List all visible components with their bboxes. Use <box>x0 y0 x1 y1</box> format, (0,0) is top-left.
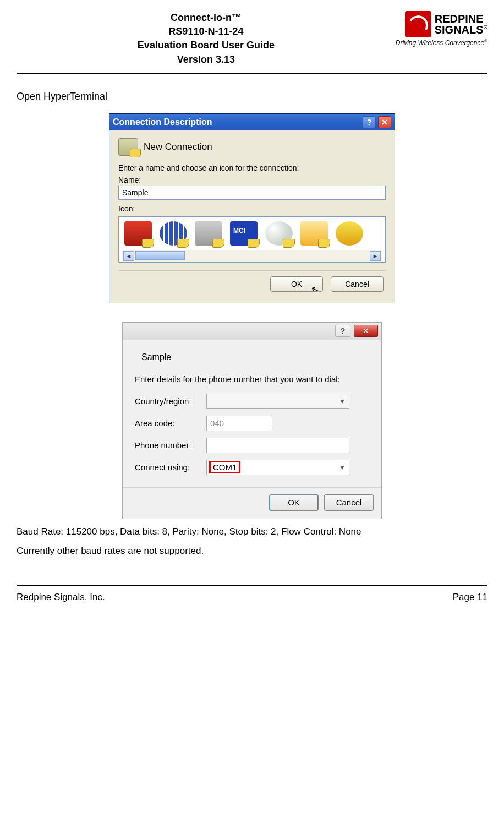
phone-number-label: Phone number: <box>135 440 206 450</box>
ok-button[interactable]: OK <box>269 494 319 511</box>
connect-to-dialog: ? ✕ Sample Enter details for the phone n… <box>122 322 382 519</box>
country-select[interactable]: ▼ <box>206 394 349 409</box>
scroll-thumb[interactable] <box>135 251 185 260</box>
brand-logo: REDPINE SIGNALS® Driving Wireless Conver… <box>396 11 487 47</box>
connection-description-dialog: Connection Description ? ✕ New Connectio… <box>109 113 395 303</box>
section-title: Open HyperTerminal <box>17 91 487 102</box>
dialog-titlebar[interactable]: Connection Description ? ✕ <box>109 114 395 130</box>
icon-option-mci[interactable] <box>230 221 258 246</box>
instruction-text: Enter a name and choose an icon for the … <box>118 164 386 172</box>
redpine-mark-icon <box>405 11 431 37</box>
chevron-down-icon: ▼ <box>339 397 346 405</box>
chevron-down-icon: ▼ <box>339 464 346 471</box>
header-line-4: Version 3.13 <box>17 53 396 67</box>
footer-company: Redpine Signals, Inc. <box>17 592 105 603</box>
separator <box>118 270 386 271</box>
scroll-right-icon[interactable]: ► <box>370 251 381 261</box>
brand-wordmark: REDPINE SIGNALS® <box>435 13 487 35</box>
baud-note-text: Currently other baud rates are not suppo… <box>17 545 487 558</box>
icon-option-folder[interactable] <box>300 221 328 246</box>
icon-option-building[interactable] <box>195 221 222 246</box>
close-button[interactable]: ✕ <box>354 325 378 337</box>
area-code-label: Area code: <box>135 418 206 428</box>
page-header: Connect-io-n™ RS9110-N-11-24 Evaluation … <box>17 11 487 74</box>
country-label: Country/region: <box>135 396 206 406</box>
icon-label: Icon: <box>118 204 386 213</box>
instruction-text: Enter details for the phone number that … <box>135 374 369 384</box>
name-label: Name: <box>118 176 386 184</box>
area-code-input[interactable] <box>206 416 272 431</box>
header-title-block: Connect-io-n™ RS9110-N-11-24 Evaluation … <box>17 11 396 67</box>
icon-option-ge[interactable] <box>265 221 293 246</box>
connection-icon <box>118 138 138 156</box>
icon-scrollbar[interactable]: ◄ ► <box>122 250 382 262</box>
phone-number-input[interactable] <box>206 438 349 453</box>
brand-tagline: Driving Wireless Convergence® <box>396 39 487 47</box>
dialog-title: Connection Description <box>113 117 212 127</box>
close-button[interactable]: ✕ <box>378 116 391 128</box>
connection-name: Sample <box>141 352 369 362</box>
baud-settings-text: Baud Rate: 115200 bps, Data bits: 8, Par… <box>17 526 487 538</box>
cancel-button[interactable]: Cancel <box>331 276 384 292</box>
icon-option-globe[interactable] <box>160 221 187 246</box>
icon-option-red-phone[interactable] <box>124 221 152 246</box>
connect-using-label: Connect using: <box>135 462 206 472</box>
connect-using-select[interactable]: COM1 ▼ <box>206 460 349 475</box>
cancel-button[interactable]: Cancel <box>324 494 374 511</box>
dialog-titlebar[interactable]: ? ✕ <box>123 323 381 340</box>
help-button[interactable]: ? <box>363 116 376 128</box>
icon-picker[interactable]: ◄ ► <box>118 216 386 263</box>
footer-page: Page 11 <box>453 592 487 603</box>
ok-button[interactable]: OK ↖ <box>270 276 323 292</box>
cursor-icon: ↖ <box>309 282 321 297</box>
header-line-1: Connect-io-n™ <box>17 11 396 25</box>
com-port-highlight: COM1 <box>209 461 240 473</box>
name-input[interactable] <box>118 186 386 200</box>
header-line-3: Evaluation Board User Guide <box>17 39 396 52</box>
icon-option-yellow[interactable] <box>336 221 363 246</box>
help-button[interactable]: ? <box>335 325 350 337</box>
scroll-left-icon[interactable]: ◄ <box>123 251 134 261</box>
new-connection-label: New Connection <box>144 141 212 152</box>
page-footer: Redpine Signals, Inc. Page 11 <box>17 585 487 603</box>
header-line-2: RS9110-N-11-24 <box>17 25 396 39</box>
